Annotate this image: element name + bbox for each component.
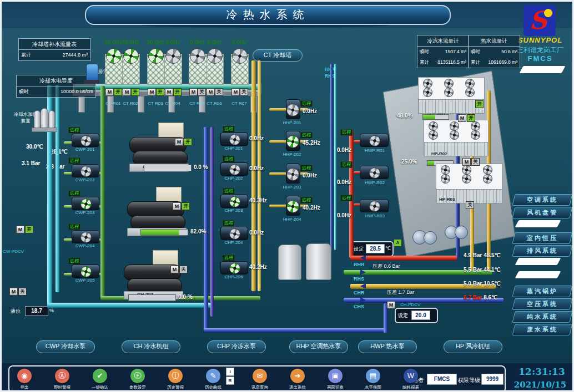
- menu-button[interactable]: 废水系统: [512, 324, 572, 335]
- valve-state-closed[interactable]: 关: [215, 88, 223, 96]
- valve-state-closed[interactable]: 关: [471, 158, 480, 166]
- valve-state-open[interactable]: 开: [173, 88, 182, 96]
- pump[interactable]: [72, 197, 99, 210]
- valve-state-open[interactable]: 开: [25, 226, 33, 233]
- pump[interactable]: [72, 134, 99, 147]
- pump[interactable]: [360, 199, 389, 212]
- valve-m-box[interactable]: M: [458, 114, 466, 122]
- pump[interactable]: [220, 133, 248, 146]
- valve-m-box[interactable]: M: [123, 88, 131, 96]
- valve-m-box[interactable]: M: [387, 301, 395, 309]
- menu-button[interactable]: 纯水系统: [512, 311, 572, 323]
- setpoint-hwt-value[interactable]: 28.5: [366, 244, 385, 253]
- valve-m-box[interactable]: M: [148, 88, 156, 96]
- valve-m-box[interactable]: M: [173, 202, 181, 210]
- toolbar-button-icon[interactable]: ➜: [290, 369, 305, 383]
- pipe-name-label: RHS: [354, 276, 364, 282]
- pump-id-label: CWP-204: [69, 243, 100, 248]
- toolbar-button-icon[interactable]: Ⓘ: [168, 369, 183, 383]
- heat-pump-unit[interactable]: [418, 77, 485, 114]
- valve-m-box[interactable]: M: [175, 138, 183, 146]
- valve-state-closed[interactable]: 关: [18, 288, 27, 296]
- toolbar-button-icon[interactable]: ▤: [366, 369, 380, 383]
- menu-button[interactable]: 风机盘管: [512, 207, 572, 218]
- valve-state-closed[interactable]: 关: [179, 266, 188, 273]
- pump[interactable]: [220, 195, 248, 208]
- menu-button[interactable]: 空压系统: [512, 298, 572, 310]
- dosing-base: [32, 128, 57, 132]
- valve-m-box[interactable]: M: [170, 266, 179, 273]
- user-value-field[interactable]: FMCS: [427, 374, 457, 385]
- hp-fan-icon: [462, 174, 471, 184]
- level-auth-field[interactable]: 9999: [481, 374, 503, 385]
- menu-button[interactable]: 室内恒压: [512, 232, 572, 244]
- drain-pump[interactable]: [86, 64, 98, 82]
- mode-a-indicator[interactable]: A: [394, 239, 402, 247]
- menu-button[interactable]: 蒸汽锅炉: [512, 286, 572, 297]
- valve-m-box[interactable]: M: [189, 88, 198, 96]
- valve-m-box[interactable]: M: [105, 88, 114, 96]
- toolbar-button-icon[interactable]: Ⓐ: [55, 369, 69, 383]
- pipe-blue: [204, 328, 388, 333]
- pump[interactable]: [360, 134, 389, 147]
- pump-fan-icon: [229, 196, 240, 207]
- valve-state-open[interactable]: 开: [475, 100, 484, 108]
- left-meter-title: 冷却塔补水流量表: [19, 39, 90, 50]
- valve-m-box[interactable]: M: [9, 288, 18, 296]
- pump-hz-readout: 0.0Hz: [303, 108, 317, 114]
- menu-button[interactable]: 排风系统: [512, 245, 572, 257]
- valve-m-box[interactable]: M: [231, 88, 240, 96]
- pump[interactable]: [360, 166, 389, 179]
- valve-state-open[interactable]: 开: [114, 88, 122, 96]
- pump[interactable]: [220, 162, 248, 176]
- pump-id-label: CHP-202: [218, 176, 249, 181]
- left-meter-0: 冷却塔补水流量表累计27444.0 m³: [18, 38, 90, 61]
- ct-section-banner[interactable]: CT 冷却塔: [253, 49, 303, 62]
- tower-fan-icon: [148, 48, 164, 64]
- menu-button[interactable]: 空调系统: [512, 194, 572, 206]
- chiller-unit[interactable]: CH-203: [124, 250, 182, 299]
- valve-state-open[interactable]: 开: [131, 88, 139, 96]
- valve-state-closed[interactable]: 关: [466, 201, 474, 209]
- valve-state-open[interactable]: 开: [467, 114, 475, 122]
- toolbar-button-icon[interactable]: Ⓕ: [130, 369, 145, 383]
- flow-arrow-icon: [360, 297, 366, 303]
- section-banner[interactable]: CWP 冷却水泵: [36, 340, 95, 353]
- toolbar-button-icon[interactable]: ✉: [253, 369, 267, 383]
- chiller-unit[interactable]: CH-202: [127, 187, 185, 236]
- valve-state-open[interactable]: 开: [184, 138, 192, 146]
- toolbar-button-icon[interactable]: W: [404, 369, 418, 383]
- valve-state-closed[interactable]: 关: [240, 88, 248, 96]
- toolbar-button-icon[interactable]: ◉: [17, 369, 32, 383]
- pump[interactable]: [72, 230, 99, 243]
- toolbar-button-icon[interactable]: ▣: [328, 369, 343, 383]
- toolbar-button-icon[interactable]: ✎: [206, 369, 220, 383]
- toolbar-mini-button[interactable]: R: [226, 376, 234, 385]
- tower-fan-icon: [207, 48, 223, 64]
- pump-fan-icon: [80, 198, 92, 210]
- pump[interactable]: [220, 227, 248, 240]
- toolbar-button-label: 历史曲线: [195, 385, 231, 390]
- valve-m-box[interactable]: M: [16, 226, 24, 233]
- setpoint-pdcv: 设定 20.0: [395, 308, 438, 323]
- valve-m-box[interactable]: M: [207, 88, 215, 96]
- pump[interactable]: [220, 261, 248, 274]
- chiller-unit[interactable]: CH-201: [129, 123, 188, 171]
- section-banner[interactable]: CHP 冷冻水泵: [207, 340, 266, 353]
- section-banner[interactable]: HWP 热水泵: [358, 340, 417, 353]
- valve-state-open[interactable]: 开: [156, 88, 164, 96]
- pump[interactable]: [72, 164, 99, 177]
- valve-m-box[interactable]: M: [462, 158, 471, 166]
- section-banner[interactable]: HHP 空调热水泵: [289, 340, 348, 353]
- valve-state-open[interactable]: 开: [182, 202, 190, 210]
- tower-id-label: CT R07: [228, 101, 251, 106]
- section-banner[interactable]: HP 风冷机组: [444, 340, 502, 353]
- valve-state-closed[interactable]: 关: [198, 88, 206, 96]
- pump[interactable]: [72, 264, 99, 278]
- toolbar-mini-button[interactable]: I: [226, 368, 234, 376]
- setpoint-pdcv-value[interactable]: 20.0: [411, 310, 430, 320]
- toolbar-button-icon[interactable]: ✔: [93, 369, 107, 383]
- valve-m-box[interactable]: M: [165, 88, 173, 96]
- pump-hz-readout: 45.2Hz: [303, 140, 320, 146]
- section-banner[interactable]: CH 冷水机组: [122, 340, 180, 353]
